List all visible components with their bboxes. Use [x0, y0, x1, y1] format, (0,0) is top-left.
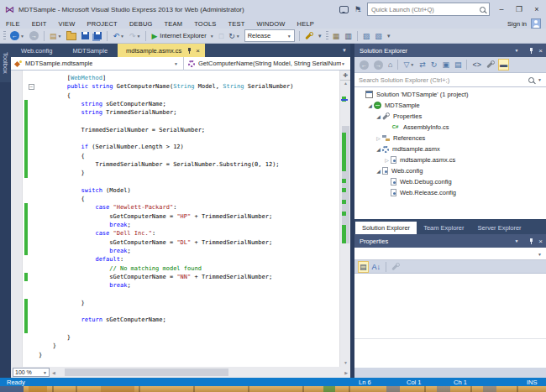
pin-icon[interactable] [528, 238, 533, 244]
sign-in-link[interactable]: Sign in [507, 20, 527, 28]
tree-item-properties[interactable]: ◢Properties [354, 111, 546, 122]
redo-button[interactable]: ↷▼ [128, 30, 143, 42]
zoom-selector[interactable]: 100 % ▼ [13, 368, 50, 377]
configuration-dropdown[interactable]: Release▼ [244, 29, 295, 42]
notifications-button[interactable]: ⚑ 1 [354, 5, 361, 13]
se-forward-button[interactable]: → [372, 60, 385, 71]
menu-edit[interactable]: EDIT [26, 20, 53, 28]
tree-item-assemblyinfo-cs[interactable]: C#AssemblyInfo.cs [354, 122, 546, 133]
save-all-button[interactable] [92, 31, 103, 40]
menu-view[interactable]: VIEW [53, 20, 81, 28]
vertical-scrollbar[interactable]: ✚ ▲ ▼ [339, 71, 350, 367]
scroll-right-icon[interactable]: ▶ [344, 370, 348, 375]
minimize-button[interactable]: – [496, 0, 507, 18]
windows-taskbar[interactable] [0, 386, 546, 392]
tree-item-web-debug-config[interactable]: Web.Debug.config [354, 176, 546, 187]
scrollbar-thumb[interactable] [65, 368, 228, 376]
tree-item-web-release-config[interactable]: Web.Release.config [354, 187, 546, 198]
se-filter-button[interactable]: ▽▼ [402, 59, 416, 71]
tree-item-mdtsample-asmx-cs[interactable]: ▷mdtsample.asmx.cs [354, 154, 546, 165]
tree-item-mdtsample-asmx[interactable]: ◢mdtsample.asmx [354, 144, 546, 154]
save-button[interactable] [80, 31, 91, 40]
package-button[interactable]: ▥ [343, 30, 354, 42]
extension-b-button[interactable]: ▧ [373, 30, 384, 42]
solution-explorer-header[interactable]: Solution Explorer ▼ × [354, 44, 546, 57]
split-window-handle[interactable]: ✚ [340, 71, 350, 81]
alphabetical-button[interactable]: A↓ [370, 261, 383, 273]
restore-button[interactable]: ❐ [513, 0, 525, 18]
attach-button[interactable]: □ [218, 30, 225, 42]
navigate-backward-button[interactable]: ←▼ [8, 30, 26, 41]
tree-item-mdtsample[interactable]: ◢MDTSample [354, 100, 546, 111]
start-debug-button[interactable]: ▶Internet Explorer▼ [150, 30, 215, 42]
user-avatar-icon[interactable] [531, 18, 541, 29]
scroll-left-icon[interactable]: ◀ [52, 370, 55, 375]
menu-team[interactable]: TEAM [159, 20, 189, 28]
panel-tab-team-explorer[interactable]: Team Explorer [417, 222, 470, 234]
type-dropdown[interactable]: MDTSample.mdtsample ▼ [11, 57, 183, 70]
tab-mdtsample-asmx-cs[interactable]: mdtsample.asmx.cs× [118, 44, 205, 57]
window-menu-chevron-icon[interactable]: ▼ [514, 48, 518, 53]
undo-button[interactable]: ↶▼ [111, 30, 126, 42]
tab-mdtsample[interactable]: MDTSample [62, 44, 118, 57]
toolbar-overflow-icon[interactable]: ▼ [318, 34, 323, 39]
se-view-code-button[interactable]: <> [470, 59, 483, 71]
browser-link-button[interactable] [303, 31, 315, 41]
property-pages-button[interactable] [390, 262, 402, 272]
se-sync-button[interactable]: ⇄ [417, 59, 428, 71]
new-project-button[interactable]: ▤▼ [48, 30, 63, 42]
pin-icon[interactable] [186, 47, 192, 54]
menu-debug[interactable]: DEBUG [123, 20, 159, 28]
categorized-button[interactable]: ▤ [358, 261, 369, 273]
menu-project[interactable]: PROJECT [81, 20, 123, 28]
feedback-icon[interactable] [339, 6, 349, 13]
scroll-down-icon[interactable]: ▼ [340, 360, 350, 365]
document-list-chevron-icon[interactable]: ▼ [342, 48, 347, 53]
close-icon[interactable]: × [196, 47, 200, 55]
menu-help[interactable]: HELP [291, 20, 320, 28]
menu-tools[interactable]: TOOLS [188, 20, 222, 28]
expander-icon[interactable]: ▷ [383, 157, 391, 163]
expander-icon[interactable]: ◢ [375, 113, 382, 119]
member-dropdown[interactable]: GetComputerName(String Model, String Ser… [184, 57, 350, 70]
code-editor[interactable]: [WebMethod]− public string GetComputerNa… [11, 71, 350, 367]
properties-header[interactable]: Properties ▼ × [354, 234, 546, 248]
se-home-button[interactable]: ⌂ [386, 59, 394, 71]
menu-file[interactable]: FILE [0, 20, 26, 28]
toolbar-overflow-icon[interactable]: ▼ [386, 34, 391, 39]
quick-launch-input[interactable]: Quick Launch (Ctrl+Q) [367, 3, 490, 16]
menu-window[interactable]: WINDOW [250, 20, 291, 28]
panel-tab-solution-explorer[interactable]: Solution Explorer [355, 222, 417, 234]
se-collapse-all-button[interactable]: ▣ [440, 59, 451, 71]
expander-icon[interactable]: ▷ [375, 135, 382, 141]
se-refresh-button[interactable]: ↻ [429, 59, 439, 71]
expander-icon[interactable]: ◢ [375, 146, 382, 152]
panel-tab-server-explorer[interactable]: Server Explorer [470, 222, 528, 234]
se-preview-button[interactable]: ▬ [498, 59, 509, 71]
pin-icon[interactable] [528, 47, 533, 54]
publish-button[interactable]: ▦ [331, 30, 342, 42]
navigate-forward-button[interactable]: → [28, 30, 40, 41]
close-icon[interactable]: × [538, 47, 543, 55]
extension-a-button[interactable]: ▨ [361, 30, 372, 42]
se-show-all-files-button[interactable]: ▤ [453, 59, 464, 71]
close-button[interactable]: × [531, 0, 543, 18]
collapse-region-button[interactable]: − [29, 84, 34, 90]
menu-test[interactable]: TEST [223, 20, 251, 28]
se-back-button[interactable]: ← [358, 60, 370, 71]
solution-explorer-search-input[interactable]: Search Solution Explorer (Ctrl+;) ▼ [354, 72, 546, 87]
toolbox-tab[interactable]: Toolbox [0, 44, 11, 82]
expander-icon[interactable]: ◢ [366, 102, 374, 108]
expander-icon[interactable]: ◢ [375, 168, 382, 174]
refresh-button[interactable]: ↻▼ [227, 30, 242, 42]
tree-item-references[interactable]: ▷References [354, 133, 546, 144]
close-icon[interactable]: × [538, 238, 543, 245]
horizontal-scrollbar[interactable] [58, 368, 342, 376]
tree-item-web-config[interactable]: ◢Web.config [354, 165, 546, 176]
tree-item-solution-mdtsample-1-project-[interactable]: Solution 'MDTSample' (1 project) [354, 89, 546, 100]
scroll-up-icon[interactable]: ▲ [340, 81, 350, 86]
tab-web-config[interactable]: Web.config [11, 44, 62, 57]
properties-object-dropdown[interactable]: ▼ [354, 248, 546, 260]
open-file-button[interactable] [65, 30, 78, 41]
se-properties-button[interactable] [485, 60, 496, 70]
